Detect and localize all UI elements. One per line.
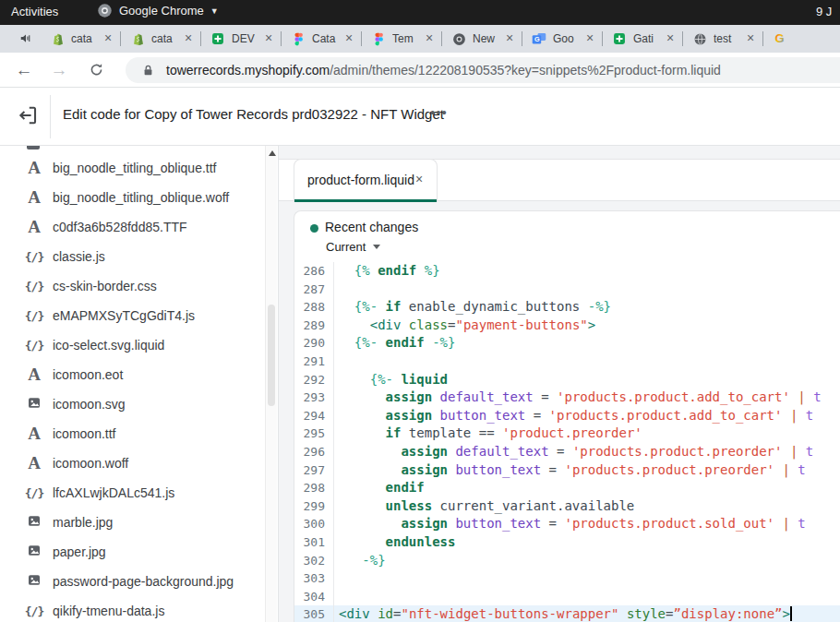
tab-close-icon[interactable]: × xyxy=(261,31,276,46)
file-item-big_noodle_titling_oblique.ttf[interactable]: Abig_noodle_titling_oblique.ttf xyxy=(0,153,265,183)
browser-tab-Goo[interactable]: GGoo× xyxy=(522,25,603,53)
lock-icon[interactable] xyxy=(142,64,154,80)
code-file-icon: {/} xyxy=(23,604,45,618)
tab-title: cata xyxy=(151,32,181,45)
file-name: paper.jpg xyxy=(53,544,106,559)
url-text: towerrecords.myshopify.com/admin/themes/… xyxy=(166,63,721,78)
scrollbar-thumb[interactable] xyxy=(268,305,275,406)
browser-tab-test[interactable]: test× xyxy=(683,25,763,53)
tab-close-icon[interactable]: × xyxy=(663,31,678,46)
code-file-icon: {/} xyxy=(23,280,45,293)
line-content xyxy=(334,353,840,371)
app-menu[interactable]: Google Chrome ▼ xyxy=(97,3,219,18)
file-item-big_noodle_titling_oblique.woff[interactable]: Abig_noodle_titling_oblique.woff xyxy=(0,183,265,212)
file-tab-product-form[interactable]: product-form.liquid × xyxy=(294,159,438,202)
file-name: eMAPMXSyTCgGdiT4.js xyxy=(53,308,195,323)
file-item-icomoon.svg[interactable]: icomoon.svg xyxy=(0,389,265,419)
line-content: if template == 'product.preorder' xyxy=(334,425,840,443)
code-line-304: 304 xyxy=(294,588,840,606)
sidebar-scrollbar[interactable] xyxy=(265,146,277,622)
line-number: 287 xyxy=(294,281,334,299)
recent-changes-section: Recent changes Current xyxy=(294,211,840,262)
file-tab-label: product-form.liquid xyxy=(307,173,414,187)
figma-favicon-icon xyxy=(291,31,306,46)
code-line-297: 297 assign button_text = 'products.produ… xyxy=(294,461,840,480)
version-dropdown[interactable]: Current xyxy=(326,240,380,254)
code-line-305: 305<div id="nft-widget-buttons-wrapper" … xyxy=(294,605,840,622)
shopify-favicon-icon xyxy=(130,31,145,46)
browser-tab-last[interactable]: G xyxy=(763,25,840,53)
line-number: 305 xyxy=(294,605,334,622)
file-item-icomoon.eot[interactable]: Aicomoon.eot xyxy=(0,360,265,389)
tab-title: Gati xyxy=(633,32,663,45)
browser-tab-DEV[interactable]: DEV× xyxy=(201,25,282,53)
forward-button[interactable]: → xyxy=(48,59,70,81)
file-item-partial[interactable] xyxy=(27,146,40,150)
clock[interactable]: 9 J xyxy=(816,5,832,18)
file-sidebar: Abig_noodle_titling_oblique.ttfAbig_nood… xyxy=(0,146,279,622)
file-name: lfcAXLwjkDALc541.js xyxy=(53,485,174,500)
code-line-299: 299 unless current_variant.available xyxy=(294,497,840,516)
code-file-icon: {/} xyxy=(23,339,45,353)
chevron-down-icon xyxy=(373,245,380,249)
file-item-cs-skin-border.css[interactable]: {/}cs-skin-border.css xyxy=(0,271,265,301)
reload-button[interactable] xyxy=(85,59,107,81)
admin-header: Edit code for Copy of Tower Records prd0… xyxy=(0,88,840,146)
browser-tab-Gati[interactable]: Gati× xyxy=(603,25,683,53)
font-file-icon: A xyxy=(23,187,45,208)
file-item-lfcAXLwjkDALc541.js[interactable]: {/}lfcAXLwjkDALc541.js xyxy=(0,478,265,508)
activities-button[interactable]: Activities xyxy=(11,5,58,18)
tab-title: Tem xyxy=(392,32,422,45)
globe-favicon-icon xyxy=(692,31,707,46)
file-item-c0df3a6b528fdd85.TTF[interactable]: Ac0df3a6b528fdd85.TTF xyxy=(0,212,265,242)
scroll-up-arrow-icon[interactable] xyxy=(269,150,276,156)
browser-tab-cata[interactable]: cata× xyxy=(41,25,121,53)
code-line-292: 292 {%- liquid xyxy=(294,371,840,389)
browser-tab-Cata[interactable]: Cata× xyxy=(282,25,362,53)
image-file-icon xyxy=(23,573,45,591)
line-number: 302 xyxy=(294,552,334,570)
file-item-icomoon.woff[interactable]: Aicomoon.woff xyxy=(0,449,265,478)
more-options-button[interactable]: ••• xyxy=(426,101,451,124)
tab-title: New xyxy=(473,32,502,45)
tab-close-icon[interactable]: × xyxy=(502,31,517,46)
file-item-icomoon.ttf[interactable]: Aicomoon.ttf xyxy=(0,419,265,449)
close-icon[interactable]: × xyxy=(411,172,427,188)
tab-close-icon[interactable]: × xyxy=(743,31,758,46)
audio-indicator-icon[interactable] xyxy=(18,31,35,46)
file-item-qikify-tmenu-data.js[interactable]: {/}qikify-tmenu-data.js xyxy=(0,596,265,622)
tab-close-icon[interactable]: × xyxy=(582,31,597,46)
browser-tab-Tem[interactable]: Tem× xyxy=(362,25,442,53)
chevron-down-icon: ▼ xyxy=(210,6,219,16)
svg-text:G: G xyxy=(774,31,784,45)
file-item-classie.js[interactable]: {/}classie.js xyxy=(0,242,265,271)
code-line-293: 293 assign default_text = 'products.prod… xyxy=(294,389,840,407)
line-number: 293 xyxy=(294,389,334,407)
file-name: icomoon.svg xyxy=(53,397,126,412)
code-line-298: 298 endif xyxy=(294,479,840,497)
url-bar[interactable]: towerrecords.myshopify.com/admin/themes/… xyxy=(126,57,840,83)
file-name: icomoon.ttf xyxy=(53,426,115,441)
back-button[interactable]: ← xyxy=(13,59,35,81)
line-content: assign button_text = 'products.product.a… xyxy=(334,407,840,425)
shopify-favicon-icon xyxy=(50,31,65,46)
file-item-marble.jpg[interactable]: marble.jpg xyxy=(0,508,265,537)
browser-tab-New[interactable]: New× xyxy=(442,25,522,53)
code-editor[interactable]: 286 {% endif %}287288 {%- if enable_dyna… xyxy=(294,262,840,622)
file-item-paper.jpg[interactable]: paper.jpg xyxy=(0,537,265,567)
browser-tab-cata[interactable]: cata× xyxy=(121,25,201,53)
line-number: 286 xyxy=(294,262,334,281)
line-content xyxy=(334,569,840,588)
file-item-eMAPMXSyTCgGdiT4.js[interactable]: {/}eMAPMXSyTCgGdiT4.js xyxy=(0,301,265,330)
file-item-password-page-background.jpg[interactable]: password-page-background.jpg xyxy=(0,567,265,596)
font-file-icon: A xyxy=(23,424,45,444)
code-line-288: 288 {%- if enable_dynamic_buttons -%} xyxy=(294,298,840,317)
file-item-ico-select.svg.liquid[interactable]: {/}ico-select.svg.liquid xyxy=(0,330,265,360)
tab-close-icon[interactable]: × xyxy=(181,31,196,46)
exit-code-editor-button[interactable] xyxy=(17,104,41,128)
tab-title: DEV xyxy=(232,32,261,45)
tab-close-icon[interactable]: × xyxy=(101,31,115,46)
tab-close-icon[interactable]: × xyxy=(342,31,356,46)
tab-close-icon[interactable]: × xyxy=(422,31,437,46)
code-file-icon: {/} xyxy=(23,309,45,323)
